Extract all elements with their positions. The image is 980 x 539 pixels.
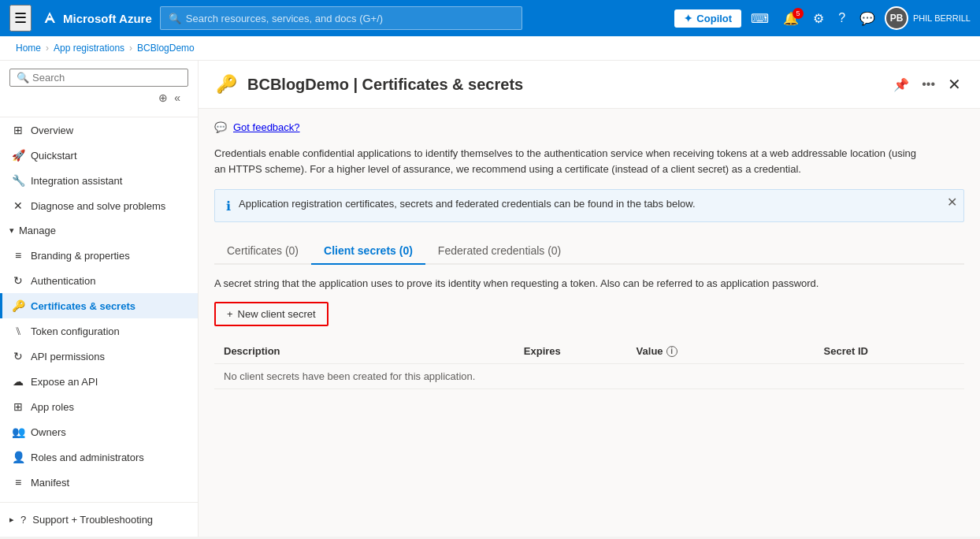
sidebar-navigation: ⊞ Overview 🚀 Quickstart 🔧 Integration as… bbox=[0, 117, 198, 502]
sidebar-item-diagnose[interactable]: ✕ Diagnose and solve problems bbox=[0, 193, 198, 218]
azure-logo-icon bbox=[39, 9, 58, 28]
avatar-initials: PB bbox=[890, 13, 904, 24]
breadcrumb: Home › App registrations › BCBlogDemo bbox=[0, 36, 980, 61]
tab-federated-label: Federated credentials (0) bbox=[438, 244, 561, 257]
manage-section-label: Manage bbox=[19, 225, 56, 236]
branding-icon: ≡ bbox=[12, 249, 24, 262]
certificates-icon: 🔑 bbox=[12, 299, 24, 312]
sidebar-item-expose-label: Expose an API bbox=[31, 376, 98, 388]
tab-certificates-label: Certificates (0) bbox=[227, 244, 299, 257]
info-banner: ℹ Application registration certificates,… bbox=[214, 189, 964, 222]
sidebar-item-branding[interactable]: ≡ Branding & properties bbox=[0, 243, 198, 268]
breadcrumb-separator-1: › bbox=[46, 43, 49, 54]
sidebar-search-icon: 🔍 bbox=[17, 72, 29, 84]
sidebar-item-diagnose-label: Diagnose and solve problems bbox=[31, 200, 165, 212]
sidebar-item-api-permissions[interactable]: ↻ API permissions bbox=[0, 344, 198, 369]
copilot-button[interactable]: ✦ Copilot bbox=[674, 9, 741, 28]
description-text: Credentials enable confidential applicat… bbox=[214, 146, 923, 177]
user-avatar[interactable]: PB bbox=[885, 6, 908, 30]
manage-section-header[interactable]: ▾ Manage bbox=[0, 218, 198, 243]
breadcrumb-separator-2: › bbox=[129, 43, 132, 54]
cloud-shell-button[interactable]: ⌨ bbox=[746, 8, 774, 29]
breadcrumb-app-registrations[interactable]: App registrations bbox=[54, 43, 124, 54]
sidebar-search-box[interactable]: 🔍 bbox=[9, 69, 188, 87]
sidebar-search-input[interactable] bbox=[32, 72, 181, 84]
sidebar-item-support[interactable]: ▸ ? Support + Troubleshooting bbox=[9, 509, 188, 530]
sidebar-item-manifest-label: Manifest bbox=[31, 477, 69, 489]
breadcrumb-bcblogdemo[interactable]: BCBlogDemo bbox=[137, 43, 195, 54]
user-name: PHIL BERRILL bbox=[913, 13, 971, 23]
sidebar-item-roles-label: Roles and administrators bbox=[31, 452, 144, 463]
sidebar-item-authentication[interactable]: ↻ Authentication bbox=[0, 268, 198, 293]
roles-icon: 👤 bbox=[12, 451, 24, 463]
tab-description: A secret string that the application use… bbox=[214, 277, 923, 289]
settings-button[interactable]: ⚙ bbox=[808, 8, 829, 29]
close-button[interactable]: ✕ bbox=[945, 72, 964, 97]
more-options-button[interactable]: ••• bbox=[919, 74, 938, 95]
manage-chevron-icon: ▾ bbox=[9, 225, 14, 236]
tab-client-secrets-label: Client secrets (0) bbox=[324, 244, 413, 257]
sidebar-item-token-config[interactable]: ⑊ Token configuration bbox=[0, 318, 198, 344]
global-search-bar[interactable]: 🔍 bbox=[160, 6, 522, 30]
sidebar-item-expose-api[interactable]: ☁ Expose an API bbox=[0, 369, 198, 394]
main-layout: 🔍 ⊕ « ⊞ Overview 🚀 Quickstart 🔧 Integrat… bbox=[0, 61, 980, 537]
sidebar-item-app-roles[interactable]: ⊞ App roles bbox=[0, 394, 198, 419]
sidebar-item-integration-assistant[interactable]: 🔧 Integration assistant bbox=[0, 168, 198, 193]
feedback-nav-icon: 💬 bbox=[859, 12, 875, 25]
help-button[interactable]: ? bbox=[833, 8, 850, 28]
secrets-table: Description Expires Value i Secr bbox=[214, 339, 964, 389]
azure-logo: Microsoft Azure bbox=[39, 9, 152, 28]
tab-client-secrets[interactable]: Client secrets (0) bbox=[311, 238, 425, 265]
page-title: BCBlogDemo | Certificates & secrets bbox=[247, 76, 523, 94]
sidebar-item-quickstart[interactable]: 🚀 Quickstart bbox=[0, 143, 198, 168]
sidebar-item-authentication-label: Authentication bbox=[31, 275, 95, 287]
info-banner-close-button[interactable]: ✕ bbox=[947, 195, 957, 210]
sidebar-item-app-roles-label: App roles bbox=[31, 401, 74, 413]
new-client-secret-button[interactable]: + New client secret bbox=[214, 302, 329, 326]
feedback-icon: 💬 bbox=[214, 121, 227, 133]
col-header-description: Description bbox=[214, 339, 514, 364]
hamburger-icon: ☰ bbox=[14, 10, 27, 26]
global-search-input[interactable] bbox=[186, 13, 514, 24]
plus-icon: + bbox=[227, 308, 233, 320]
sidebar-collapse-button[interactable]: « bbox=[173, 90, 182, 106]
close-banner-icon: ✕ bbox=[947, 195, 957, 209]
new-secret-label: New client secret bbox=[238, 308, 316, 320]
tab-certificates[interactable]: Certificates (0) bbox=[214, 238, 311, 265]
sidebar-item-integration-label: Integration assistant bbox=[31, 175, 122, 187]
table-body: No client secrets have been created for … bbox=[214, 364, 964, 389]
sidebar-add-button[interactable]: ⊕ bbox=[157, 90, 169, 106]
sidebar-search-area: 🔍 ⊕ « bbox=[0, 61, 198, 117]
notification-bell-button[interactable]: 🔔 5 bbox=[778, 8, 804, 29]
help-icon: ? bbox=[838, 11, 845, 24]
authentication-icon: ↻ bbox=[12, 274, 24, 287]
nav-right-actions: ✦ Copilot ⌨ 🔔 5 ⚙ ? 💬 PB PHIL BERRILL bbox=[674, 6, 971, 30]
owners-icon: 👥 bbox=[12, 426, 24, 438]
sidebar-item-certificates[interactable]: 🔑 Certificates & secrets bbox=[0, 293, 198, 318]
page-header: 🔑 BCBlogDemo | Certificates & secrets 📌 … bbox=[199, 61, 980, 109]
page-title-separator: | bbox=[353, 76, 362, 93]
sidebar-item-support-label: Support + Troubleshooting bbox=[32, 514, 153, 526]
sidebar-item-branding-label: Branding & properties bbox=[31, 250, 130, 262]
hamburger-menu-button[interactable]: ☰ bbox=[9, 5, 32, 32]
top-navigation: ☰ Microsoft Azure 🔍 ✦ Copilot ⌨ 🔔 5 ⚙ ? … bbox=[0, 0, 980, 36]
sidebar-item-roles-admins[interactable]: 👤 Roles and administrators bbox=[0, 444, 198, 470]
table-empty-row: No client secrets have been created for … bbox=[214, 364, 964, 389]
sidebar-item-manifest[interactable]: ≡ Manifest bbox=[0, 470, 198, 495]
feedback-nav-button[interactable]: 💬 bbox=[855, 8, 880, 29]
settings-icon: ⚙ bbox=[813, 12, 824, 25]
page-icon: 🔑 bbox=[214, 72, 238, 96]
ellipsis-icon: ••• bbox=[922, 77, 935, 91]
sidebar-item-token-label: Token configuration bbox=[31, 325, 120, 337]
page-title-app: BCBlogDemo bbox=[247, 76, 349, 93]
value-info-icon[interactable]: i bbox=[666, 346, 677, 357]
sidebar-item-owners[interactable]: 👥 Owners bbox=[0, 419, 198, 444]
content-area: 💬 Got feedback? Credentials enable confi… bbox=[199, 109, 980, 402]
sidebar-item-overview[interactable]: ⊞ Overview bbox=[0, 117, 198, 143]
feedback-link[interactable]: Got feedback? bbox=[233, 121, 300, 133]
sidebar-item-certificates-label: Certificates & secrets bbox=[31, 300, 135, 312]
quickstart-icon: 🚀 bbox=[12, 149, 24, 162]
pin-button[interactable]: 📌 bbox=[890, 74, 912, 95]
tab-federated-credentials[interactable]: Federated credentials (0) bbox=[425, 238, 574, 265]
breadcrumb-home[interactable]: Home bbox=[16, 43, 41, 54]
